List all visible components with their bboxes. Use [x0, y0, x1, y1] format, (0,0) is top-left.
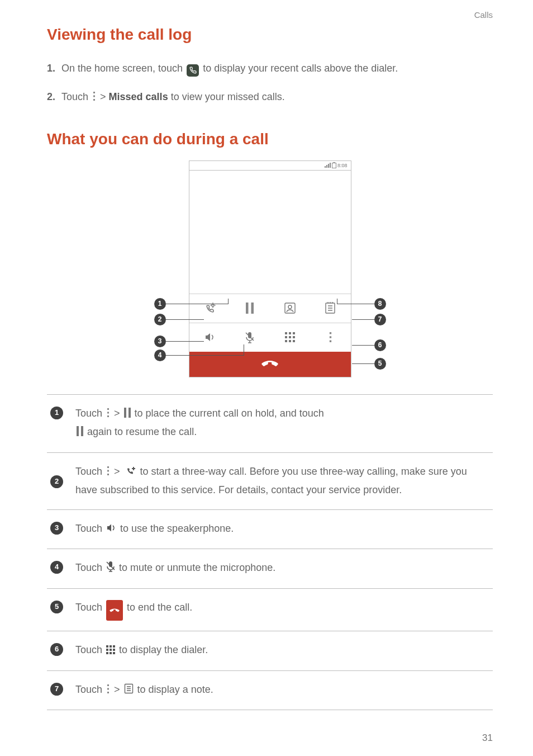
step-2-text-a: Touch — [61, 91, 91, 102]
item-1-text: Touch > to place the current call on hol… — [75, 405, 489, 442]
step-1-number: 1. — [47, 59, 58, 78]
row-overflow-button[interactable] — [310, 323, 350, 352]
callout-line-6 — [352, 345, 374, 346]
step-2: 2. Touch > Missed calls to view your mis… — [47, 88, 493, 107]
pause-icon — [77, 424, 83, 442]
item-3-text-b: to use the speakerphone. — [120, 523, 234, 534]
svg-rect-32 — [107, 470, 109, 471]
mute-button[interactable] — [230, 323, 270, 352]
callout-badge-5: 5 — [374, 358, 386, 370]
item-3-text: Touch to use the speakerphone. — [75, 520, 489, 539]
item-3: 3 Touch to use the speakerphone. — [47, 510, 493, 550]
svg-rect-25 — [107, 412, 109, 413]
callout-badge-1: 1 — [154, 298, 166, 310]
svg-rect-45 — [107, 688, 109, 689]
callout-badge-6: 6 — [374, 339, 386, 351]
callout-badge-3: 3 — [154, 336, 166, 347]
svg-rect-4 — [333, 162, 335, 163]
svg-point-5 — [212, 304, 214, 306]
svg-rect-27 — [124, 408, 126, 418]
svg-rect-35 — [106, 645, 108, 648]
dialpad-icon — [106, 642, 115, 660]
item-2-text: Touch > to start a three-way call. Befor… — [75, 463, 489, 499]
svg-rect-19 — [289, 340, 291, 342]
call-screen-blank — [189, 171, 351, 294]
step-1-text-a: On the home screen, touch — [61, 63, 185, 74]
item-7-badge: 7 — [50, 683, 63, 696]
item-7-text-b: > — [114, 684, 123, 695]
hold-button[interactable] — [230, 294, 270, 323]
svg-rect-43 — [113, 652, 115, 654]
item-7-text-a: Touch — [75, 684, 105, 695]
svg-rect-20 — [293, 340, 295, 342]
item-4-text-b: to mute or unmute the microphone. — [119, 562, 275, 573]
svg-rect-28 — [129, 408, 131, 418]
item-2-text-a: Touch — [75, 466, 105, 477]
svg-rect-2 — [93, 99, 95, 101]
note-icon — [124, 682, 134, 700]
control-row-2 — [189, 323, 351, 352]
add-call-button[interactable] — [189, 294, 230, 323]
status-time: 8:08 — [337, 163, 348, 168]
speaker-button[interactable] — [189, 323, 230, 352]
phone-app-icon — [187, 64, 199, 77]
item-6: 6 Touch to display the dialer. — [47, 631, 493, 671]
item-2-badge: 2 — [50, 475, 63, 488]
end-call-icon — [106, 600, 123, 621]
mute-icon — [106, 560, 115, 578]
contacts-button[interactable] — [270, 294, 310, 323]
phone-mockup: 8:08 — [47, 160, 493, 377]
overflow-menu-icon — [106, 464, 110, 482]
svg-rect-7 — [251, 303, 254, 314]
svg-rect-12 — [285, 332, 287, 334]
item-4: 4 Touch to mute or unmute the microphone… — [47, 549, 493, 589]
step-2-number: 2. — [47, 88, 58, 107]
battery-icon — [332, 162, 336, 168]
item-6-text-a: Touch — [75, 644, 105, 655]
item-6-text-b: to display the dialer. — [119, 644, 208, 655]
callout-badge-8: 8 — [374, 298, 386, 310]
dialpad-button[interactable] — [270, 323, 310, 352]
item-1-text-b: > — [114, 408, 123, 419]
svg-rect-40 — [113, 649, 115, 651]
svg-rect-23 — [330, 341, 331, 342]
add-call-icon — [124, 464, 136, 482]
step-2-text-d: to view your missed calls. — [171, 91, 285, 102]
callout-line-7 — [352, 319, 374, 320]
svg-rect-15 — [285, 336, 287, 338]
page-number: 31 — [482, 733, 493, 744]
svg-rect-46 — [107, 692, 109, 693]
control-row-1 — [189, 294, 351, 323]
callout-line-1v — [228, 299, 229, 304]
notes-button[interactable] — [310, 294, 350, 323]
overflow-menu-icon — [106, 682, 110, 700]
item-2: 2 Touch > to start a three-way call. Bef… — [47, 453, 493, 510]
item-6-text: Touch to display the dialer. — [75, 641, 489, 660]
svg-rect-6 — [246, 303, 249, 314]
callout-line-4v — [244, 344, 244, 356]
item-2-text-b: > — [114, 466, 123, 477]
item-4-badge: 4 — [50, 561, 63, 574]
item-1: 1 Touch > to place the current call on h… — [47, 395, 493, 453]
svg-rect-13 — [289, 332, 291, 334]
svg-rect-16 — [289, 336, 291, 338]
item-1-text-a: Touch — [75, 408, 105, 419]
svg-point-9 — [288, 305, 292, 309]
item-4-text: Touch to mute or unmute the microphone. — [75, 559, 489, 578]
item-1-badge: 1 — [50, 407, 63, 419]
step-2-body: Touch > Missed calls to view your missed… — [61, 88, 493, 107]
svg-rect-38 — [106, 649, 108, 651]
svg-rect-36 — [110, 645, 112, 648]
phone-frame: 8:08 — [189, 160, 351, 377]
svg-rect-29 — [77, 426, 79, 436]
item-7: 7 Touch > to display a note. — [47, 671, 493, 711]
item-5-text-a: Touch — [75, 602, 105, 613]
callout-badge-2: 2 — [154, 314, 166, 325]
svg-rect-31 — [107, 466, 109, 468]
speaker-icon — [106, 521, 116, 539]
item-6-badge: 6 — [50, 643, 63, 656]
callout-badge-4: 4 — [154, 349, 166, 361]
section-label: Calls — [474, 10, 493, 20]
svg-rect-44 — [107, 684, 109, 686]
callout-line-3 — [166, 341, 204, 342]
